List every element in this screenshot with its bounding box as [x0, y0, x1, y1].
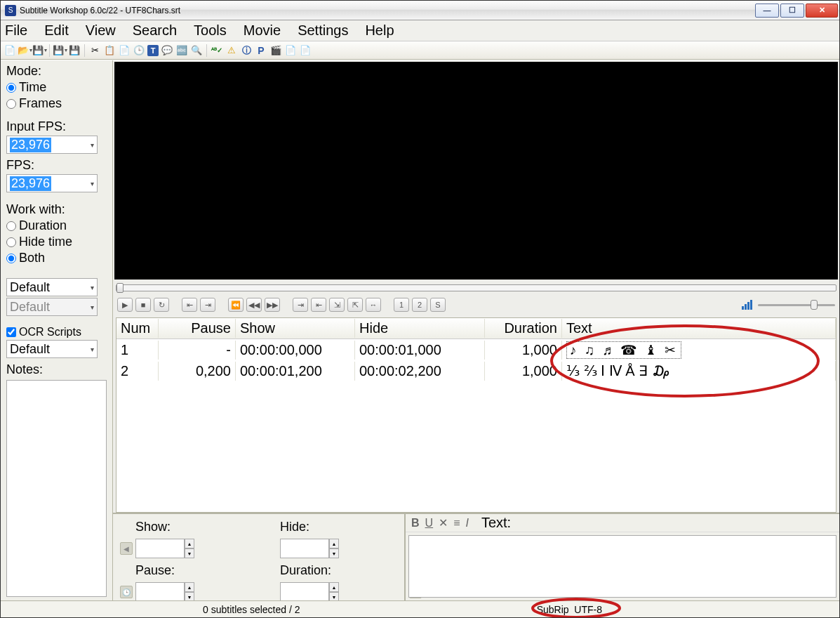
video-icon[interactable]: 🎬	[269, 44, 282, 57]
col-num[interactable]: Num	[116, 319, 159, 338]
menu-settings[interactable]: Settings	[298, 22, 348, 39]
comment-icon[interactable]: 💬	[161, 44, 173, 57]
minimize-button[interactable]: —	[755, 4, 779, 18]
volume-thumb[interactable]	[811, 300, 818, 310]
style-button[interactable]: ≡	[453, 517, 460, 530]
scrub-thumb[interactable]	[116, 283, 124, 293]
scrub-bar[interactable]	[116, 282, 836, 294]
new-icon[interactable]: 📄	[4, 44, 16, 57]
video-preview[interactable]	[114, 62, 838, 280]
btn-1[interactable]: 1	[394, 298, 409, 312]
volume-slider[interactable]	[758, 303, 835, 307]
menu-search[interactable]: Search	[133, 22, 177, 39]
italic-button[interactable]: I	[465, 517, 468, 530]
work-both-radio[interactable]: Both	[6, 251, 107, 265]
input-fps-select[interactable]: 23,976 ▾	[6, 136, 98, 154]
open-icon[interactable]: 📂	[18, 44, 31, 57]
paste-icon[interactable]: 📄	[118, 44, 131, 57]
charset2-select[interactable]: Default ▾	[6, 298, 98, 316]
forward-button[interactable]: ▶▶	[265, 298, 280, 312]
search-icon[interactable]: 🔍	[190, 44, 203, 57]
doc2-icon[interactable]: 📄	[299, 44, 312, 57]
duration-field[interactable]	[280, 582, 329, 602]
stop-button[interactable]: ■	[135, 298, 151, 312]
clear-button[interactable]: ✕	[439, 516, 448, 530]
pause-field[interactable]	[135, 582, 185, 602]
duration-input[interactable]: ▲▼	[280, 582, 408, 602]
show-prev-icon[interactable]: ◀	[120, 542, 133, 555]
warning-icon[interactable]: ⚠	[225, 44, 238, 57]
pascal-icon[interactable]: P	[255, 44, 267, 57]
spin-down-button[interactable]: ▼	[329, 548, 339, 558]
underline-button[interactable]: U	[425, 517, 434, 530]
copy-icon[interactable]: 📋	[103, 44, 116, 57]
next-sub-button[interactable]: ⇥	[200, 298, 215, 312]
mode-time-radio[interactable]: Time	[6, 80, 107, 95]
subtitle-text-input[interactable]	[408, 535, 836, 598]
loop-button[interactable]: ↻	[154, 298, 169, 312]
mode-frames-label: Frames	[19, 96, 62, 111]
mark-in-button[interactable]: ⇥	[293, 298, 308, 312]
translate-icon[interactable]: 🔤	[175, 44, 188, 57]
pause-clock-icon[interactable]: 🕒	[120, 586, 133, 598]
ocr-select[interactable]: Default ▾	[6, 340, 98, 358]
col-pause[interactable]: Pause	[159, 319, 236, 338]
spin-down-button[interactable]: ▼	[185, 548, 194, 558]
btn-s[interactable]: S	[430, 298, 446, 312]
work-duration-radio[interactable]: Duration	[6, 218, 107, 233]
save-icon[interactable]: 💾	[33, 44, 46, 57]
menu-help[interactable]: Help	[365, 22, 394, 39]
spin-up-button[interactable]: ▲	[185, 539, 194, 548]
clock-icon[interactable]: 🕒	[133, 44, 145, 57]
spin-up-button[interactable]: ▲	[329, 582, 339, 592]
prev-sub-button[interactable]: ⇤	[182, 298, 197, 312]
bold-button[interactable]: B	[411, 517, 420, 530]
mode-time-label: Time	[19, 80, 46, 95]
spellcheck-icon[interactable]: ᴬᴮ✓	[211, 44, 223, 57]
back-button[interactable]: ◀◀	[246, 298, 262, 312]
text-icon[interactable]: T	[147, 45, 159, 56]
save-orig-icon[interactable]: 💾	[68, 44, 81, 57]
work-hidetime-radio[interactable]: Hide time	[6, 235, 107, 249]
menu-view[interactable]: View	[86, 22, 116, 39]
save-as-icon[interactable]: 💾	[53, 44, 66, 57]
fps-select[interactable]: 23,976 ▾	[6, 174, 98, 192]
play-button[interactable]: ▶	[117, 298, 133, 312]
work-both-label: Both	[19, 251, 45, 265]
spin-up-button[interactable]: ▲	[185, 582, 194, 592]
charset-select[interactable]: Default ▾	[6, 278, 98, 296]
show-field[interactable]	[135, 539, 185, 558]
rewind-button[interactable]: ⏪	[228, 298, 244, 312]
grid-row[interactable]: 2 0,200 00:00:01,200 00:00:02,200 1,000 …	[116, 360, 836, 381]
spin-up-button[interactable]: ▲	[329, 539, 339, 548]
close-button[interactable]: ✕	[806, 4, 838, 18]
col-hide[interactable]: Hide	[355, 319, 485, 338]
grid-row[interactable]: 1 - 00:00:00,000 00:00:01,000 1,000 ♪ ♫ …	[116, 339, 836, 360]
ocr-scripts-checkbox[interactable]: OCR Scripts	[6, 326, 107, 338]
doc-icon[interactable]: 📄	[284, 44, 297, 57]
col-text[interactable]: Text	[562, 319, 836, 338]
pause-input[interactable]: ▲▼	[135, 582, 263, 602]
menu-edit[interactable]: Edit	[44, 22, 68, 39]
cell-pause: -	[159, 341, 236, 360]
extend-button[interactable]: ↔	[366, 298, 381, 312]
maximize-button[interactable]: ☐	[780, 4, 804, 18]
notes-textarea[interactable]	[6, 380, 107, 597]
menu-tools[interactable]: Tools	[194, 22, 227, 39]
mode-frames-radio[interactable]: Frames	[6, 96, 107, 111]
cut-icon[interactable]: ✂	[88, 44, 101, 57]
subtitle-grid[interactable]: Num Pause Show Hide Duration Text 1 - 00…	[116, 317, 836, 513]
col-show[interactable]: Show	[236, 319, 355, 338]
show-input[interactable]: ▲▼	[135, 539, 263, 558]
mark-b-button[interactable]: ⇱	[347, 298, 363, 312]
menu-movie[interactable]: Movie	[244, 22, 281, 39]
hide-field[interactable]	[280, 539, 329, 558]
chevron-down-icon: ▾	[91, 180, 94, 188]
btn-2[interactable]: 2	[412, 298, 427, 312]
info-icon[interactable]: ⓘ	[240, 44, 253, 57]
hide-input[interactable]: ▲▼	[280, 539, 408, 558]
menu-file[interactable]: File	[5, 22, 27, 39]
mark-out-button[interactable]: ⇤	[311, 298, 326, 312]
col-duration[interactable]: Duration	[485, 319, 562, 338]
mark-a-button[interactable]: ⇲	[329, 298, 345, 312]
